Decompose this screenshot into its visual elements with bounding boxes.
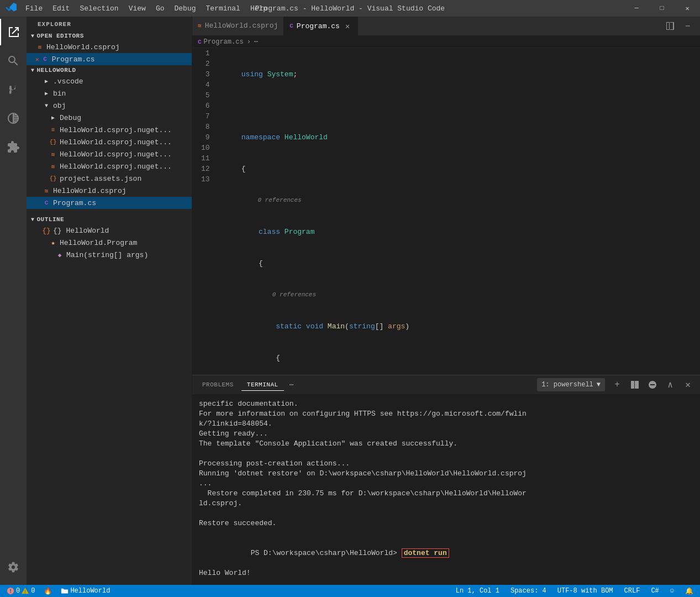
status-errors[interactable]: 0 0	[4, 585, 37, 597]
folder-obj-label: obj	[53, 102, 66, 110]
open-editor-csproj[interactable]: ≋ HelloWorld.csproj	[27, 41, 192, 53]
tab-helloworld-icon: ≋	[198, 22, 202, 29]
open-editor-programcs[interactable]: ✕ C Program.cs	[27, 53, 192, 65]
sidebar: Explorer ▼ Open Editors ≋ HelloWorld.csp…	[27, 17, 192, 585]
file-helloworld-csproj[interactable]: ≋ HelloWorld.csproj	[27, 185, 192, 197]
source-control-activity-icon[interactable]	[0, 76, 27, 103]
hint-refs1: 0 references	[224, 195, 302, 206]
folder-debug[interactable]: ▶ Debug	[27, 112, 192, 124]
tab-program-cs[interactable]: C Program.cs ✕	[284, 17, 358, 35]
terminal-selector[interactable]: 1: powershell ▼	[537, 378, 605, 391]
minimize-button[interactable]: —	[624, 0, 649, 17]
code-line-8: {	[224, 353, 700, 363]
terminal-line-11: ld.csproj.	[199, 499, 693, 509]
line-num-3: 3	[201, 69, 210, 80]
outline-ns-icon: {}	[42, 227, 51, 235]
maximize-button[interactable]: □	[649, 0, 675, 17]
status-flame[interactable]: 🔥	[41, 585, 54, 597]
folder-bin[interactable]: ▶ bin	[27, 87, 192, 100]
file-nuget4[interactable]: ≋ HelloWorld.csproj.nuget...	[27, 160, 192, 172]
close-terminal-button[interactable]: ✕	[680, 377, 696, 392]
line-numbers: 1 2 3 4 5 6 7 8 9 10 11 12 13	[192, 48, 215, 375]
terminal-selector-label: 1: powershell	[541, 381, 593, 389]
line-num-13: 13	[201, 174, 210, 185]
smiley-icon: ☺	[670, 587, 674, 595]
menu-view[interactable]: View	[124, 3, 150, 14]
open-editor-csproj-label: HelloWorld.csproj	[46, 43, 120, 51]
maximize-terminal-button[interactable]: ∧	[662, 377, 678, 392]
close-button[interactable]: ✕	[675, 0, 700, 17]
remote-activity-icon[interactable]	[0, 105, 27, 132]
open-editors-label: Open Editors	[37, 33, 84, 39]
sidebar-title: Explorer	[27, 17, 192, 31]
open-editors-chevron: ▼	[31, 33, 35, 39]
tab-helloworld-label: HelloWorld.csproj	[205, 22, 278, 30]
status-position[interactable]: Ln 1, Col 1	[454, 585, 502, 597]
status-left: 0 0 🔥 HelloWorld	[4, 585, 112, 597]
status-bar: 0 0 🔥 HelloWorld Ln 1, Col 1 Spaces: 4 U…	[0, 585, 700, 597]
helloworld-chevron: ▼	[31, 67, 35, 74]
code-editor[interactable]: 1 2 3 4 5 6 7 8 9 10 11 12 13 using	[192, 48, 700, 375]
menu-file[interactable]: File	[21, 3, 47, 14]
search-activity-icon[interactable]	[0, 48, 27, 74]
folder-debug-icon: ▶	[49, 114, 57, 121]
file-nuget2[interactable]: {} HelloWorld.csproj.nuget...	[27, 136, 192, 148]
kw-class: class	[224, 227, 285, 237]
folder-obj[interactable]: ▼ obj	[27, 100, 192, 112]
line-num-8: 8	[201, 122, 210, 132]
breadcrumb-file[interactable]: Program.cs	[204, 38, 244, 46]
tab-terminal[interactable]: TERMINAL	[241, 379, 284, 391]
more-actions-button[interactable]: ⋯	[680, 18, 696, 34]
tab-problems[interactable]: PROBLEMS	[197, 379, 239, 390]
breadcrumb-more[interactable]: ⋯	[254, 38, 258, 46]
file-assets[interactable]: {} project.assets.json	[27, 172, 192, 185]
explorer-activity-icon[interactable]	[0, 19, 27, 45]
outline-main[interactable]: ◆ Main(string[] args)	[27, 249, 192, 261]
outline-program[interactable]: ★ HelloWorld.Program	[27, 237, 192, 249]
menu-selection[interactable]: Selection	[75, 3, 123, 14]
extensions-activity-icon[interactable]	[0, 134, 27, 160]
status-bell[interactable]: 🔔	[683, 585, 696, 597]
status-spaces[interactable]: Spaces: 4	[508, 585, 549, 597]
rss-icon: ≋	[35, 44, 44, 51]
status-line-ending[interactable]: CRLF	[622, 585, 643, 597]
menu-terminal[interactable]: Terminal	[202, 3, 245, 14]
menu-bar: File Edit Selection View Go Debug Termin…	[21, 3, 272, 14]
terminal-line-6	[199, 449, 693, 459]
new-terminal-button[interactable]: +	[609, 377, 625, 392]
status-language[interactable]: C#	[649, 585, 661, 597]
settings-activity-icon[interactable]	[0, 554, 27, 580]
code-content[interactable]: using System; namespace HelloWorld { 0 r…	[215, 48, 700, 375]
line-num-10: 10	[201, 143, 210, 153]
folder-vscode-label: .vscode	[53, 77, 83, 86]
outline-section-header[interactable]: ▼ Outline	[27, 214, 192, 224]
folder-vscode[interactable]: ▶ .vscode	[27, 75, 192, 87]
line-num-1: 1	[201, 48, 210, 59]
file-nuget2-label: HelloWorld.csproj.nuget...	[60, 138, 172, 146]
file-nuget3[interactable]: ≋ HelloWorld.csproj.nuget...	[27, 148, 192, 160]
split-terminal-button[interactable]	[627, 377, 643, 392]
helloworld-csproj-icon: ≋	[42, 187, 51, 195]
file-program-cs[interactable]: C Program.cs	[27, 197, 192, 209]
split-editor-button[interactable]	[662, 18, 678, 34]
menu-edit[interactable]: Edit	[48, 3, 74, 14]
open-editors-section[interactable]: ▼ Open Editors	[27, 31, 192, 41]
status-encoding[interactable]: UTF-8 with BOM	[555, 585, 615, 597]
tab-program-label: Program.cs	[297, 22, 340, 30]
terminal-line-10: Restore completed in 230.75 ms for D:\wo…	[199, 489, 693, 499]
helloworld-section[interactable]: ▼ HelloWorld	[27, 65, 192, 75]
status-right: Ln 1, Col 1 Spaces: 4 UTF-8 with BOM CRL…	[454, 585, 696, 597]
kill-terminal-button[interactable]	[645, 377, 660, 392]
outline-helloworld[interactable]: {} {} HelloWorld	[27, 224, 192, 237]
tab-close-button[interactable]: ✕	[343, 22, 352, 30]
file-nuget1[interactable]: ≡ HelloWorld.csproj.nuget...	[27, 124, 192, 136]
terminal-line-1: specific documentation.	[199, 399, 693, 409]
menu-debug[interactable]: Debug	[170, 3, 200, 14]
status-smiley[interactable]: ☺	[668, 585, 676, 597]
code-line-2	[224, 101, 700, 111]
terminal-content[interactable]: specific documentation. For more informa…	[192, 395, 700, 585]
status-folder[interactable]: HelloWorld	[59, 585, 112, 597]
terminal-more-button[interactable]: ⋯	[286, 378, 297, 391]
tab-helloworld-csproj[interactable]: ≋ HelloWorld.csproj	[192, 17, 284, 35]
menu-go[interactable]: Go	[151, 3, 169, 14]
